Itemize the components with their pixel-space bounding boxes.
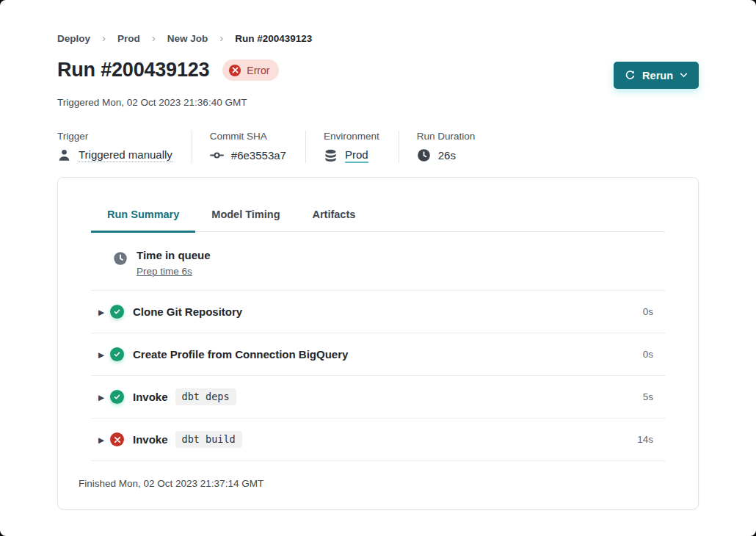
- step-row-create-profile[interactable]: ▶ Create Profile from Connection BigQuer…: [91, 333, 665, 375]
- step-duration: 0s: [643, 349, 665, 360]
- breadcrumb-prod[interactable]: Prod: [117, 33, 140, 44]
- step-label: Invoke: [133, 433, 168, 446]
- run-summary-card: Run Summary Model Timing Artifacts Time …: [57, 177, 699, 510]
- breadcrumb-current-run: Run #200439123: [235, 33, 312, 44]
- expand-caret-icon[interactable]: ▶: [91, 435, 110, 444]
- time-in-queue-row: Time in queue Prep time 6s: [91, 232, 665, 290]
- meta-environment-label: Environment: [324, 131, 379, 142]
- command-chip: dbt deps: [175, 388, 236, 405]
- trigger-value[interactable]: Triggered manually: [79, 148, 172, 162]
- app-window: Deploy › Prod › New Job › Run #200439123…: [0, 0, 756, 536]
- step-row-clone-git[interactable]: ▶ Clone Git Repository 0s: [91, 290, 665, 333]
- command-chip: dbt build: [175, 431, 242, 448]
- step-row-dbt-build[interactable]: ▶ Invoke dbt build 14s: [91, 418, 665, 460]
- meta-run-duration: Run Duration 26s: [417, 131, 495, 163]
- expand-caret-icon[interactable]: ▶: [91, 308, 110, 316]
- breadcrumb: Deploy › Prod › New Job › Run #200439123: [57, 0, 699, 45]
- chevron-right-icon: ›: [152, 32, 156, 44]
- tab-artifacts[interactable]: Artifacts: [297, 200, 372, 233]
- commit-icon: [210, 148, 224, 162]
- queue-clock-icon: [113, 251, 128, 266]
- expand-caret-icon[interactable]: ▶: [91, 350, 110, 359]
- success-icon: [110, 347, 124, 361]
- meta-trigger-label: Trigger: [57, 131, 172, 142]
- step-row-dbt-deps[interactable]: ▶ Invoke dbt deps 5s: [91, 375, 665, 418]
- clock-icon: [417, 148, 431, 162]
- tab-model-timing[interactable]: Model Timing: [195, 200, 296, 233]
- step-duration: 0s: [643, 306, 665, 317]
- commit-sha-value: #6e3553a7: [231, 149, 286, 162]
- meta-commit-label: Commit SHA: [210, 131, 286, 142]
- run-meta-row: Trigger Triggered manually Commit SHA #6…: [57, 131, 699, 163]
- chevron-right-icon: ›: [102, 32, 106, 44]
- error-icon: [110, 432, 124, 446]
- page-title: Run #200439123: [57, 59, 209, 82]
- meta-trigger: Trigger Triggered manually: [57, 131, 192, 163]
- tab-run-summary[interactable]: Run Summary: [91, 200, 195, 233]
- step-label: Clone Git Repository: [133, 305, 242, 318]
- person-icon: [57, 148, 71, 162]
- meta-environment: Environment Prod: [324, 131, 399, 163]
- step-duration: 14s: [637, 434, 665, 445]
- environment-link[interactable]: Prod: [345, 148, 368, 163]
- status-badge-label: Error: [247, 65, 269, 76]
- success-icon: [110, 390, 124, 404]
- step-duration: 5s: [643, 391, 665, 402]
- success-icon: [110, 305, 124, 319]
- chevron-down-icon: [680, 73, 688, 78]
- breadcrumb-deploy[interactable]: Deploy: [57, 33, 90, 44]
- finished-timestamp: Finished Mon, 02 Oct 2023 21:37:14 GMT: [58, 461, 698, 489]
- meta-duration-label: Run Duration: [417, 131, 476, 142]
- meta-commit-sha: Commit SHA #6e3553a7: [210, 131, 306, 163]
- database-icon: [324, 149, 338, 163]
- triggered-timestamp: Triggered Mon, 02 Oct 2023 21:36:40 GMT: [57, 97, 699, 108]
- header: Run #200439123 Error Rerun: [57, 59, 699, 89]
- run-duration-value: 26s: [438, 149, 456, 162]
- step-label: Invoke: [133, 391, 168, 403]
- step-label: Create Profile from Connection BigQuery: [133, 348, 348, 361]
- prep-time-link[interactable]: Prep time 6s: [137, 266, 192, 277]
- rerun-button[interactable]: Rerun: [614, 62, 699, 89]
- status-badge: Error: [222, 59, 279, 81]
- expand-caret-icon[interactable]: ▶: [91, 393, 110, 402]
- rerun-refresh-icon: [625, 70, 636, 81]
- error-circle-icon: [229, 65, 241, 76]
- breadcrumb-new-job[interactable]: New Job: [167, 33, 208, 44]
- rerun-button-label: Rerun: [642, 70, 673, 82]
- queue-title: Time in queue: [137, 249, 211, 261]
- chevron-right-icon: ›: [219, 32, 223, 44]
- tab-bar: Run Summary Model Timing Artifacts: [91, 200, 665, 232]
